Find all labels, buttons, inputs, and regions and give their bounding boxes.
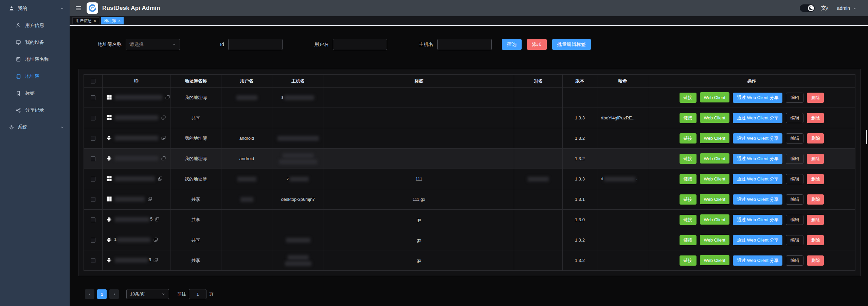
select-all-checkbox[interactable] bbox=[91, 79, 95, 83]
hostname-input[interactable] bbox=[437, 39, 492, 50]
dark-mode-toggle[interactable] bbox=[800, 4, 815, 12]
row-checkbox[interactable] bbox=[91, 197, 95, 202]
sidebar-item-tags[interactable]: 标签 bbox=[0, 85, 70, 102]
copy-icon[interactable] bbox=[165, 95, 170, 99]
close-tab-icon[interactable]: × bbox=[94, 19, 96, 23]
row-checkbox[interactable] bbox=[91, 217, 95, 222]
web-client-button[interactable]: Web Client bbox=[700, 92, 729, 102]
share-web-client-button[interactable]: 通过 Web Client 分享 bbox=[733, 113, 783, 123]
copy-icon[interactable] bbox=[161, 156, 166, 160]
goto-page-input[interactable] bbox=[189, 289, 206, 299]
link-button[interactable]: 链接 bbox=[680, 154, 697, 164]
batch-edit-tags-button[interactable]: 批量编辑标签 bbox=[552, 39, 591, 50]
copy-icon[interactable] bbox=[155, 217, 159, 222]
windows-icon bbox=[107, 115, 112, 120]
android-icon bbox=[107, 237, 112, 242]
sidebar-group-system[interactable]: 系统 bbox=[0, 119, 70, 136]
link-button[interactable]: 链接 bbox=[680, 113, 697, 123]
page-size-select[interactable]: 10条/页 bbox=[126, 289, 169, 299]
share-web-client-button[interactable]: 通过 Web Client 分享 bbox=[733, 174, 783, 184]
web-client-button[interactable]: Web Client bbox=[700, 255, 729, 265]
prev-page-button[interactable] bbox=[85, 289, 94, 299]
username-label: admin bbox=[837, 5, 850, 11]
add-button[interactable]: 添加 bbox=[527, 39, 547, 50]
collapse-menu-icon[interactable] bbox=[75, 5, 82, 11]
link-button[interactable]: 链接 bbox=[680, 235, 697, 245]
share-web-client-button[interactable]: 通过 Web Client 分享 bbox=[733, 255, 783, 266]
row-checkbox[interactable] bbox=[91, 177, 95, 181]
share-web-client-button[interactable]: 通过 Web Client 分享 bbox=[733, 93, 783, 103]
sidebar-item-share-records[interactable]: 分享记录 bbox=[0, 102, 70, 119]
share-web-client-button[interactable]: 通过 Web Client 分享 bbox=[733, 154, 783, 164]
web-client-button[interactable]: Web Client bbox=[700, 113, 729, 123]
filter-button[interactable]: 筛选 bbox=[502, 39, 522, 50]
edit-button[interactable]: 编辑 bbox=[786, 93, 803, 103]
delete-button[interactable]: 删除 bbox=[807, 154, 824, 164]
row-checkbox[interactable] bbox=[91, 156, 95, 161]
row-checkbox[interactable] bbox=[91, 95, 95, 100]
copy-icon[interactable] bbox=[148, 197, 152, 201]
copy-icon[interactable] bbox=[153, 237, 158, 242]
edit-button[interactable]: 编辑 bbox=[786, 255, 803, 266]
web-client-button[interactable]: Web Client bbox=[700, 174, 729, 184]
delete-button[interactable]: 删除 bbox=[807, 255, 824, 266]
edit-button[interactable]: 编辑 bbox=[786, 235, 803, 245]
web-client-button[interactable]: Web Client bbox=[700, 133, 729, 143]
address-book-select[interactable]: 请选择 bbox=[126, 39, 180, 50]
sidebar-item-my-devices[interactable]: 我的设备 bbox=[0, 34, 70, 51]
share-web-client-button[interactable]: 通过 Web Client 分享 bbox=[733, 133, 783, 144]
delete-button[interactable]: 删除 bbox=[807, 194, 824, 205]
id-input[interactable] bbox=[228, 39, 283, 50]
link-button[interactable]: 链接 bbox=[680, 255, 697, 266]
delete-button[interactable]: 删除 bbox=[807, 215, 824, 225]
sidebar-item-address-book[interactable]: 地址簿 bbox=[0, 68, 70, 85]
link-button[interactable]: 链接 bbox=[680, 194, 697, 205]
row-checkbox[interactable] bbox=[91, 136, 95, 141]
edit-button[interactable]: 编辑 bbox=[786, 215, 803, 225]
web-client-button[interactable]: Web Client bbox=[700, 235, 729, 245]
copy-icon[interactable] bbox=[158, 176, 162, 181]
copy-icon[interactable] bbox=[161, 115, 166, 120]
link-button[interactable]: 链接 bbox=[680, 133, 697, 144]
link-button[interactable]: 链接 bbox=[680, 174, 697, 184]
edit-button[interactable]: 编辑 bbox=[786, 194, 803, 205]
cell-hostname bbox=[272, 210, 324, 230]
cell-actions: 链接Web Client通过 Web Client 分享编辑删除 bbox=[648, 210, 855, 230]
username-input[interactable] bbox=[333, 39, 387, 50]
page-number-button[interactable]: 1 bbox=[97, 289, 107, 299]
delete-button[interactable]: 删除 bbox=[807, 113, 824, 123]
row-checkbox[interactable] bbox=[91, 258, 95, 263]
share-web-client-button[interactable]: 通过 Web Client 分享 bbox=[733, 194, 783, 205]
sidebar-group-mine[interactable]: 我的 bbox=[0, 0, 70, 17]
row-checkbox[interactable] bbox=[91, 238, 95, 243]
edit-button[interactable]: 编辑 bbox=[786, 133, 803, 144]
link-button[interactable]: 链接 bbox=[680, 93, 697, 103]
sidebar-item-label: 用户信息 bbox=[25, 22, 44, 28]
copy-icon[interactable] bbox=[161, 136, 166, 140]
language-icon[interactable]: 文A bbox=[821, 5, 828, 12]
delete-button[interactable]: 删除 bbox=[807, 235, 824, 245]
next-page-button[interactable] bbox=[109, 289, 119, 299]
scrollbar-thumb[interactable] bbox=[866, 130, 867, 144]
edit-button[interactable]: 编辑 bbox=[786, 113, 803, 123]
web-client-button[interactable]: Web Client bbox=[700, 194, 729, 204]
notebook-icon bbox=[16, 74, 21, 79]
share-web-client-button[interactable]: 通过 Web Client 分享 bbox=[733, 235, 783, 245]
tab-user-info[interactable]: 用户信息 × bbox=[72, 17, 99, 24]
link-button[interactable]: 链接 bbox=[680, 215, 697, 225]
delete-button[interactable]: 删除 bbox=[807, 174, 824, 184]
web-client-button[interactable]: Web Client bbox=[700, 153, 729, 164]
delete-button[interactable]: 删除 bbox=[807, 93, 824, 103]
copy-icon[interactable] bbox=[153, 258, 158, 262]
row-checkbox[interactable] bbox=[91, 116, 95, 120]
user-menu[interactable]: admin bbox=[837, 5, 856, 11]
delete-button[interactable]: 删除 bbox=[807, 133, 824, 144]
close-tab-icon[interactable]: × bbox=[118, 19, 121, 23]
share-web-client-button[interactable]: 通过 Web Client 分享 bbox=[733, 215, 783, 225]
edit-button[interactable]: 编辑 bbox=[786, 154, 803, 164]
sidebar-item-user-info[interactable]: 用户信息 bbox=[0, 17, 70, 34]
web-client-button[interactable]: Web Client bbox=[700, 214, 729, 225]
tab-address-book[interactable]: 地址簿 × bbox=[101, 17, 124, 24]
edit-button[interactable]: 编辑 bbox=[786, 174, 803, 184]
sidebar-item-address-book-names[interactable]: 地址簿名称 bbox=[0, 51, 70, 68]
